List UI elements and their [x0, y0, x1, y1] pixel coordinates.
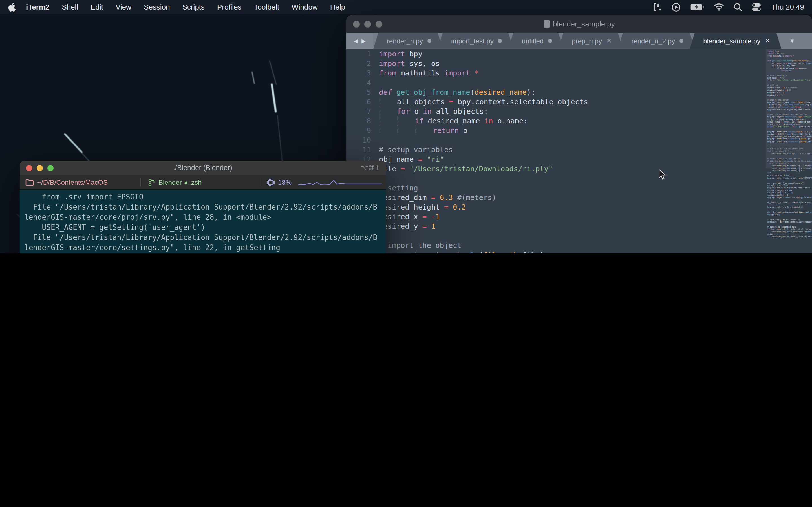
code-line: # import the object — [379, 240, 766, 250]
code-line: # setting — [379, 183, 766, 193]
terminal-window: ./Blender (Blender) ⌥⌘1 ~/D/B/Contents/M… — [20, 161, 386, 253]
menu-item-shell[interactable]: Shell — [62, 3, 78, 11]
code-line: desired_dim = 6.3 #(meters) — [379, 193, 766, 202]
menu-item-profiles[interactable]: Profiles — [217, 3, 242, 11]
code-line — [379, 78, 766, 87]
code-line: return o — [379, 126, 766, 135]
cpu-usage[interactable]: 18% — [261, 178, 292, 186]
menu-item-window[interactable]: Window — [292, 3, 318, 11]
spotlight-icon[interactable] — [734, 3, 742, 11]
editor-tabbar: ◀ ▶ render_ri.pyimport_test.pyuntitledpr… — [346, 33, 812, 49]
working-directory[interactable]: ~/D/B/Contents/MacOS — [20, 178, 140, 186]
tab-list-dropdown-icon[interactable]: ▼ — [782, 33, 802, 49]
apple-icon — [8, 3, 16, 11]
code-line: bpy.ops.import_mesh.ply(filepath=file) — [379, 250, 766, 253]
app-bracket-icon[interactable] — [653, 3, 662, 11]
control-center-icon[interactable] — [752, 3, 762, 11]
menubar-app-name[interactable]: iTerm2 — [26, 3, 49, 11]
code-line: obj_name = "ri" — [379, 154, 766, 164]
editor-window: blender_sample.py ◀ ▶ render_ri.pyimport… — [346, 15, 812, 253]
code-line — [379, 173, 766, 183]
code-line: desired_x = -1 — [379, 212, 766, 221]
job-icon — [148, 178, 155, 186]
editor-body[interactable]: 1234567891011121314151617181920212223242… — [346, 49, 812, 253]
code-line: from mathutils import * — [379, 68, 766, 78]
tab-untitled[interactable]: untitled — [508, 33, 563, 49]
terminal-line: USER_AGENT = getSetting('user_agent') — [24, 222, 381, 232]
code-line: for o in all_objects: — [379, 107, 766, 116]
terminal-line: File "/Users/tristan/Library/Application… — [24, 232, 381, 242]
play-circle-icon[interactable] — [672, 3, 681, 11]
code-line: desired_height = 0.2 — [379, 202, 766, 212]
code-line: if desired_name in o.name: — [379, 116, 766, 126]
code-line — [379, 135, 766, 145]
desktop: iTerm2 ShellEditViewSessionScriptsProfil… — [0, 0, 812, 253]
menubar-clock[interactable]: Thu 20:49 — [771, 3, 804, 11]
apple-menu[interactable] — [8, 3, 16, 11]
tab-label: render_ri.py — [387, 37, 423, 45]
code-line: import bpy — [379, 49, 766, 59]
terminal-line: File "/Users/tristan/Library/Application… — [24, 202, 381, 212]
cpu-chip-icon — [267, 178, 274, 186]
tab-dirty-icon[interactable] — [679, 39, 683, 43]
terminal-line: from .srv import EPSGIO — [24, 192, 381, 202]
tab-import_test-py[interactable]: import_test.py — [438, 33, 513, 49]
battery-charging-icon[interactable] — [691, 3, 705, 11]
terminal-window-title: ./Blender (Blender) — [20, 164, 386, 172]
terminal-line: lenderGIS-master/core/settings.py", line… — [24, 242, 381, 252]
terminal-titlebar[interactable]: ./Blender (Blender) ⌥⌘1 — [20, 161, 386, 175]
menu-item-toolbelt[interactable]: Toolbelt — [254, 3, 280, 11]
tab-blender_sample-py[interactable]: blender_sample.py✕ — [690, 33, 781, 49]
tab-label: import_test.py — [451, 37, 494, 45]
editor-titlebar[interactable]: blender_sample.py — [346, 15, 812, 33]
tab-close-icon[interactable]: ✕ — [606, 37, 612, 45]
code-line: def get_obj_from_name(desired_name): — [379, 87, 766, 97]
tab-label: render_ri_2.py — [631, 37, 675, 45]
editor-window-title: blender_sample.py — [346, 20, 812, 28]
tab-label: blender_sample.py — [703, 37, 760, 45]
code-line: import sys, os — [379, 59, 766, 68]
tab-close-icon[interactable]: ✕ — [765, 37, 770, 45]
minimap[interactable]: import bpyimport sys, osfrom mathutils i… — [766, 49, 812, 253]
tab-dirty-icon[interactable] — [548, 39, 552, 43]
tab-history-back-icon[interactable]: ◀ — [354, 38, 358, 44]
terminal-output[interactable]: from .srv import EPSGIO File "/Users/tri… — [20, 190, 386, 253]
menu-item-view[interactable]: View — [116, 3, 132, 11]
folder-icon — [26, 179, 34, 186]
code-line: file = "/Users/tristan/Downloads/ri.ply" — [379, 164, 766, 173]
tab-label: untitled — [522, 37, 544, 45]
tab-render_ri-py[interactable]: render_ri.py — [373, 33, 443, 49]
tab-dirty-icon[interactable] — [427, 39, 432, 43]
tab-history-forward-icon[interactable]: ▶ — [361, 38, 366, 44]
tab-render_ri_2-py[interactable]: render_ri_2.py — [618, 33, 695, 49]
terminal-line: lenderGIS-master/core/proj/srv.py", line… — [24, 212, 381, 223]
terminal-window-shortcut: ⌥⌘1 — [361, 164, 379, 172]
tab-prep_ri-py[interactable]: prep_ri.py✕ — [558, 33, 623, 49]
tab-dirty-icon[interactable] — [498, 39, 502, 43]
code-line: all_objects = bpy.context.selectable_obj… — [379, 97, 766, 107]
wifi-icon[interactable] — [714, 3, 724, 11]
terminal-toolbar: ~/D/B/Contents/MacOS Blender ◂ -zsh 18% — [20, 175, 386, 190]
menubar: iTerm2 ShellEditViewSessionScriptsProfil… — [0, 0, 812, 14]
menu-item-help[interactable]: Help — [330, 3, 345, 11]
current-job[interactable]: Blender ◂ -zsh — [141, 178, 260, 186]
code-line: # setup variables — [379, 145, 766, 154]
menu-item-edit[interactable]: Edit — [91, 3, 103, 11]
tab-label: prep_ri.py — [572, 37, 602, 45]
terminal-line: prefs = getSettings() — [24, 252, 381, 253]
code-pane[interactable]: import bpyimport sys, osfrom mathutils i… — [379, 49, 766, 253]
cpu-sparkline — [298, 178, 383, 186]
menu-item-session[interactable]: Session — [144, 3, 170, 11]
mouse-pointer — [659, 169, 666, 180]
menu-item-scripts[interactable]: Scripts — [182, 3, 204, 11]
code-line: desired_y = 1 — [379, 221, 766, 231]
code-line — [379, 231, 766, 240]
document-icon — [543, 20, 550, 27]
